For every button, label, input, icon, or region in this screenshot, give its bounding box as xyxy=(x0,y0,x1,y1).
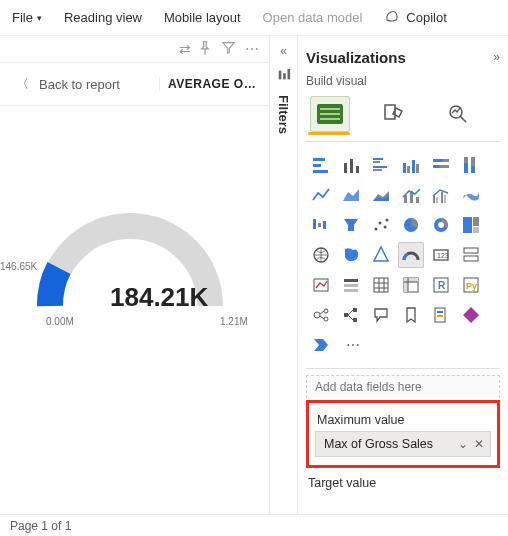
power-automate-icon[interactable] xyxy=(308,332,334,358)
table-icon[interactable] xyxy=(368,272,394,298)
maximum-value-label: Maximum value xyxy=(317,413,489,427)
menu-mobile-layout[interactable]: Mobile layout xyxy=(164,10,241,25)
stacked-area-icon[interactable] xyxy=(368,182,394,208)
get-more-visuals-icon[interactable]: ⋯ xyxy=(338,332,364,358)
pie-chart-icon[interactable] xyxy=(398,212,424,238)
collapse-pane-icon[interactable]: » xyxy=(493,50,500,64)
remove-field-icon[interactable]: ✕ xyxy=(474,437,484,451)
status-bar: Page 1 of 1 xyxy=(0,514,508,536)
expand-left-icon[interactable]: « xyxy=(280,44,287,58)
svg-rect-64 xyxy=(344,289,358,292)
menu-copilot[interactable]: Copilot xyxy=(384,8,446,27)
hundred-stacked-column-icon[interactable] xyxy=(458,152,484,178)
svg-rect-6 xyxy=(320,118,340,120)
matrix-icon[interactable] xyxy=(398,272,424,298)
svg-text:123: 123 xyxy=(437,252,449,259)
key-influencers-icon[interactable] xyxy=(308,302,334,328)
svg-rect-12 xyxy=(344,163,347,173)
svg-rect-40 xyxy=(444,195,446,203)
svg-line-87 xyxy=(348,310,353,315)
stacked-column-icon[interactable] xyxy=(338,152,364,178)
python-visual-icon[interactable]: Py xyxy=(458,272,484,298)
r-visual-icon[interactable]: R xyxy=(428,272,454,298)
gauge-icon[interactable] xyxy=(398,242,424,268)
filters-pane-collapsed[interactable]: « Filters xyxy=(270,36,298,514)
treemap-icon[interactable] xyxy=(458,212,484,238)
svg-rect-63 xyxy=(344,284,358,287)
svg-rect-84 xyxy=(344,313,348,317)
paginated-report-icon[interactable] xyxy=(428,302,454,328)
stacked-bar-icon[interactable] xyxy=(308,152,334,178)
filters-icon xyxy=(277,68,291,85)
svg-rect-54 xyxy=(473,227,479,233)
decomposition-tree-icon[interactable] xyxy=(338,302,364,328)
donut-chart-icon[interactable] xyxy=(428,212,454,238)
svg-marker-92 xyxy=(463,307,479,323)
svg-rect-20 xyxy=(407,166,410,173)
hundred-stacked-bar-icon[interactable] xyxy=(428,152,454,178)
svg-rect-60 xyxy=(464,256,478,261)
ribbon-chart-icon[interactable] xyxy=(458,182,484,208)
pin-icon[interactable] xyxy=(198,41,212,58)
svg-rect-28 xyxy=(464,157,468,163)
svg-rect-13 xyxy=(350,159,353,173)
waterfall-icon[interactable] xyxy=(308,212,334,238)
tab-build-visual[interactable] xyxy=(310,96,350,132)
visual-header-toolbar: ⇄ ⋯ xyxy=(0,36,269,62)
back-to-report[interactable]: 〈 Back to report xyxy=(0,75,159,93)
tab-format-visual[interactable] xyxy=(374,96,414,132)
line-chart-icon[interactable] xyxy=(308,182,334,208)
maximum-value-well-highlight: Maximum value Max of Gross Sales ⌄ ✕ xyxy=(306,400,500,468)
svg-line-82 xyxy=(320,311,324,314)
menu-file-label: File xyxy=(12,10,33,25)
svg-marker-31 xyxy=(343,189,359,201)
multi-row-card-icon[interactable] xyxy=(458,242,484,268)
field-wells: Add data fields here Maximum value Max o… xyxy=(306,368,500,490)
line-stacked-column-icon[interactable] xyxy=(398,182,424,208)
filled-map-icon[interactable] xyxy=(338,242,364,268)
svg-point-48 xyxy=(386,219,389,222)
clustered-bar-icon[interactable] xyxy=(368,152,394,178)
slicer-icon[interactable] xyxy=(338,272,364,298)
chevron-down-icon[interactable]: ⌄ xyxy=(458,437,468,451)
power-apps-icon[interactable] xyxy=(458,302,484,328)
svg-rect-21 xyxy=(412,160,415,173)
smart-narrative-icon[interactable] xyxy=(398,302,424,328)
funnel-icon[interactable] xyxy=(338,212,364,238)
svg-rect-14 xyxy=(356,166,359,173)
drill-icon[interactable]: ⇄ xyxy=(179,41,188,57)
svg-rect-39 xyxy=(441,192,443,203)
menu-file[interactable]: File ▾ xyxy=(12,10,42,25)
svg-rect-61 xyxy=(314,279,328,291)
menu-reading-view[interactable]: Reading view xyxy=(64,10,142,25)
maximum-value-field-chip[interactable]: Max of Gross Sales ⌄ ✕ xyxy=(315,431,491,457)
svg-rect-38 xyxy=(436,197,438,203)
svg-rect-4 xyxy=(320,108,340,110)
filter-icon[interactable] xyxy=(222,41,235,57)
svg-rect-85 xyxy=(353,308,357,312)
svg-rect-10 xyxy=(313,164,321,167)
svg-line-88 xyxy=(348,315,353,320)
gauge-visual[interactable]: 146.65K 184.21K 0.00M 1.21M xyxy=(0,106,269,514)
card-icon[interactable]: 123 xyxy=(428,242,454,268)
svg-rect-90 xyxy=(437,311,443,313)
svg-point-81 xyxy=(324,317,328,321)
line-clustered-column-icon[interactable] xyxy=(428,182,454,208)
more-options-icon[interactable]: ⋯ xyxy=(245,41,259,57)
svg-rect-42 xyxy=(318,223,321,227)
qa-visual-icon[interactable] xyxy=(368,302,394,328)
clustered-column-icon[interactable] xyxy=(398,152,424,178)
map-icon[interactable] xyxy=(308,242,334,268)
scatter-icon[interactable] xyxy=(368,212,394,238)
build-visual-label: Build visual xyxy=(306,74,500,88)
tab-analytics[interactable] xyxy=(438,96,478,132)
gauge-min: 0.00M xyxy=(46,316,74,327)
svg-rect-15 xyxy=(373,158,383,160)
kpi-icon[interactable] xyxy=(308,272,334,298)
azure-map-icon[interactable] xyxy=(368,242,394,268)
area-chart-icon[interactable] xyxy=(338,182,364,208)
gauge-value: 184.21K xyxy=(110,282,208,313)
chevron-left-icon: 〈 xyxy=(16,75,29,93)
svg-rect-26 xyxy=(440,165,449,168)
add-data-fields-placeholder[interactable]: Add data fields here xyxy=(306,375,500,398)
